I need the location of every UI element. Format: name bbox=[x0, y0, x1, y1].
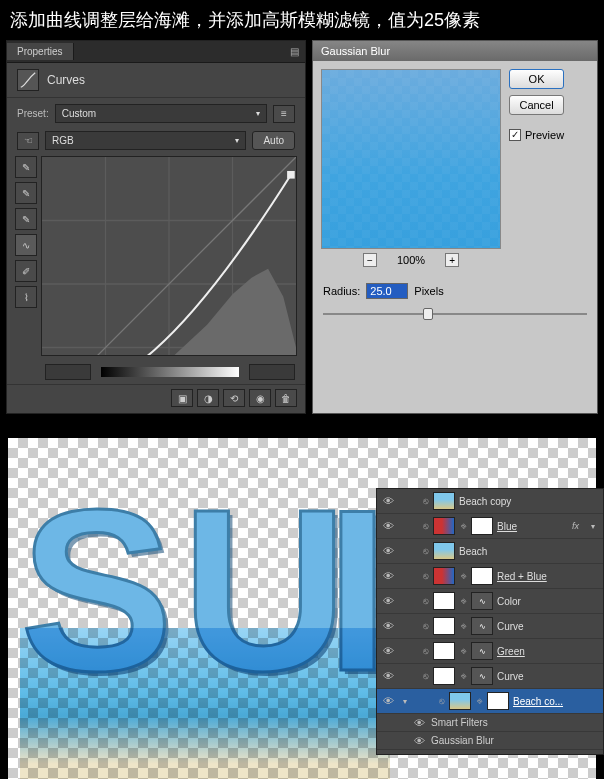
layer-row[interactable]: 👁⎋⎆∿Curve bbox=[377, 664, 603, 689]
layer-row[interactable]: 👁⎋⎆∿Color bbox=[377, 589, 603, 614]
visibility-icon[interactable]: 👁 bbox=[381, 494, 395, 508]
layer-row[interactable]: 👁▾⎋⎆Beach co... bbox=[377, 689, 603, 714]
layer-thumbnail bbox=[449, 692, 471, 710]
smart-filters-row[interactable]: 👁Smart Filters bbox=[377, 714, 603, 732]
visibility-icon[interactable]: 👁 bbox=[381, 569, 395, 583]
smooth-tool-icon[interactable]: ⌇ bbox=[15, 286, 37, 308]
point-tool-icon[interactable]: ∿ bbox=[15, 234, 37, 256]
preview-label: Preview bbox=[525, 129, 564, 141]
link-icon: ⎋ bbox=[437, 696, 445, 706]
zoom-out-button[interactable]: − bbox=[363, 253, 377, 267]
preset-menu-icon[interactable]: ≡ bbox=[273, 105, 295, 123]
layer-name[interactable]: Beach co... bbox=[513, 696, 599, 707]
link-icon: ⎋ bbox=[421, 596, 429, 606]
link-icon: ⎋ bbox=[421, 646, 429, 656]
instruction-heading: 添加曲线调整层给海滩，并添加高斯模糊滤镜，值为25像素 bbox=[0, 0, 604, 40]
preview-checkbox[interactable]: ✓ bbox=[509, 129, 521, 141]
visibility-icon[interactable]: 👁 bbox=[381, 644, 395, 658]
visibility-icon[interactable]: 👁 bbox=[413, 716, 425, 730]
eyedropper-gray-icon[interactable]: ✎ bbox=[15, 182, 37, 204]
radius-slider[interactable] bbox=[323, 307, 587, 321]
panel-menu-icon[interactable]: ▤ bbox=[284, 46, 305, 57]
layers-panel: 👁⎋Beach copy👁⎋⎆Bluefx▾👁⎋Beach👁⎋⎆Red + Bl… bbox=[376, 488, 604, 755]
chevron-down-icon[interactable]: ▾ bbox=[399, 697, 411, 706]
layer-name[interactable]: Green bbox=[497, 646, 599, 657]
preset-label: Preset: bbox=[17, 108, 49, 119]
layer-thumbnail bbox=[433, 517, 455, 535]
layer-thumbnail bbox=[433, 542, 455, 560]
layer-name[interactable]: Red + Blue bbox=[497, 571, 599, 582]
layer-name[interactable]: Blue bbox=[497, 521, 568, 532]
clip-to-layer-icon[interactable]: ▣ bbox=[171, 389, 193, 407]
dialog-title: Gaussian Blur bbox=[313, 41, 597, 61]
layer-name[interactable]: Color bbox=[497, 596, 599, 607]
layer-row[interactable]: 👁⎋Beach bbox=[377, 539, 603, 564]
channel-dropdown[interactable]: RGB ▾ bbox=[45, 131, 246, 150]
layer-name[interactable]: Beach copy bbox=[459, 496, 599, 507]
pencil-tool-icon[interactable]: ✐ bbox=[15, 260, 37, 282]
radius-input[interactable]: 25.0 bbox=[366, 283, 408, 299]
layer-row[interactable]: 👁⎋⎆Bluefx▾ bbox=[377, 514, 603, 539]
layer-thumbnail bbox=[433, 567, 455, 585]
eyedropper-black-icon[interactable]: ✎ bbox=[15, 156, 37, 178]
effects-badge[interactable]: fx bbox=[572, 521, 579, 531]
visibility-icon[interactable]: 👁 bbox=[381, 619, 395, 633]
layer-row[interactable]: 👁⎋⎆Red + Blue bbox=[377, 564, 603, 589]
layer-thumbnail bbox=[433, 667, 455, 685]
layer-thumbnail bbox=[433, 617, 455, 635]
layer-name[interactable]: Curve bbox=[497, 621, 599, 632]
zoom-percent: 100% bbox=[397, 254, 425, 266]
link-icon: ⎋ bbox=[421, 571, 429, 581]
layer-thumbnail bbox=[433, 592, 455, 610]
smart-filter-item[interactable]: 👁Gaussian Blur bbox=[377, 732, 603, 750]
zoom-in-button[interactable]: + bbox=[445, 253, 459, 267]
cancel-button[interactable]: Cancel bbox=[509, 95, 564, 115]
curves-graph[interactable] bbox=[41, 156, 297, 356]
finger-icon[interactable]: ☜ bbox=[17, 132, 39, 150]
link-icon: ⎋ bbox=[421, 546, 429, 556]
visibility-icon[interactable]: 👁 bbox=[381, 544, 395, 558]
trash-icon[interactable]: 🗑 bbox=[275, 389, 297, 407]
gradient-ramp bbox=[101, 367, 239, 377]
radius-unit: Pixels bbox=[414, 285, 443, 297]
visibility-icon[interactable]: 👁 bbox=[381, 594, 395, 608]
output-value-field[interactable] bbox=[249, 364, 295, 380]
layer-mask-thumbnail: ∿ bbox=[471, 667, 493, 685]
link-icon: ⎋ bbox=[421, 521, 429, 531]
visibility-icon[interactable]: 👁 bbox=[381, 694, 395, 708]
link-icon: ⎋ bbox=[421, 496, 429, 506]
visibility-icon[interactable]: 👁 bbox=[381, 519, 395, 533]
layer-mask-thumbnail bbox=[471, 517, 493, 535]
auto-button[interactable]: Auto bbox=[252, 131, 295, 150]
input-value-field[interactable] bbox=[45, 364, 91, 380]
layer-mask-thumbnail bbox=[487, 692, 509, 710]
layer-row[interactable]: 👁⎋⎆∿Curve bbox=[377, 614, 603, 639]
blur-preview[interactable] bbox=[321, 69, 501, 249]
visibility-icon[interactable]: ◉ bbox=[249, 389, 271, 407]
properties-tab[interactable]: Properties bbox=[7, 43, 74, 60]
layer-name[interactable]: Curve bbox=[497, 671, 599, 682]
layer-mask-thumbnail bbox=[471, 567, 493, 585]
visibility-icon[interactable]: 👁 bbox=[381, 669, 395, 683]
previous-state-icon[interactable]: ◑ bbox=[197, 389, 219, 407]
gaussian-blur-dialog: Gaussian Blur − 100% + OK Cancel ✓ Previ… bbox=[312, 40, 598, 414]
layer-thumbnail bbox=[433, 642, 455, 660]
text-art: SUI bbox=[20, 458, 389, 723]
chevron-down-icon: ▾ bbox=[235, 136, 239, 145]
layer-mask-thumbnail: ∿ bbox=[471, 592, 493, 610]
link-icon: ⎋ bbox=[421, 621, 429, 631]
chevron-down-icon[interactable]: ▾ bbox=[587, 522, 599, 531]
properties-panel: Properties ▤ Curves Preset: Custom ▾ ≡ ☜… bbox=[6, 40, 306, 414]
layer-row[interactable]: 👁⎋⎆∿Green bbox=[377, 639, 603, 664]
eyedropper-white-icon[interactable]: ✎ bbox=[15, 208, 37, 230]
ok-button[interactable]: OK bbox=[509, 69, 564, 89]
layer-row[interactable]: 👁⎋Beach copy bbox=[377, 489, 603, 514]
curves-icon bbox=[17, 69, 39, 91]
visibility-icon[interactable]: 👁 bbox=[413, 734, 425, 748]
reset-icon[interactable]: ⟲ bbox=[223, 389, 245, 407]
layer-name[interactable]: Beach bbox=[459, 546, 599, 557]
preset-dropdown[interactable]: Custom ▾ bbox=[55, 104, 267, 123]
chevron-down-icon: ▾ bbox=[256, 109, 260, 118]
link-icon: ⎋ bbox=[421, 671, 429, 681]
svg-rect-8 bbox=[287, 171, 295, 179]
